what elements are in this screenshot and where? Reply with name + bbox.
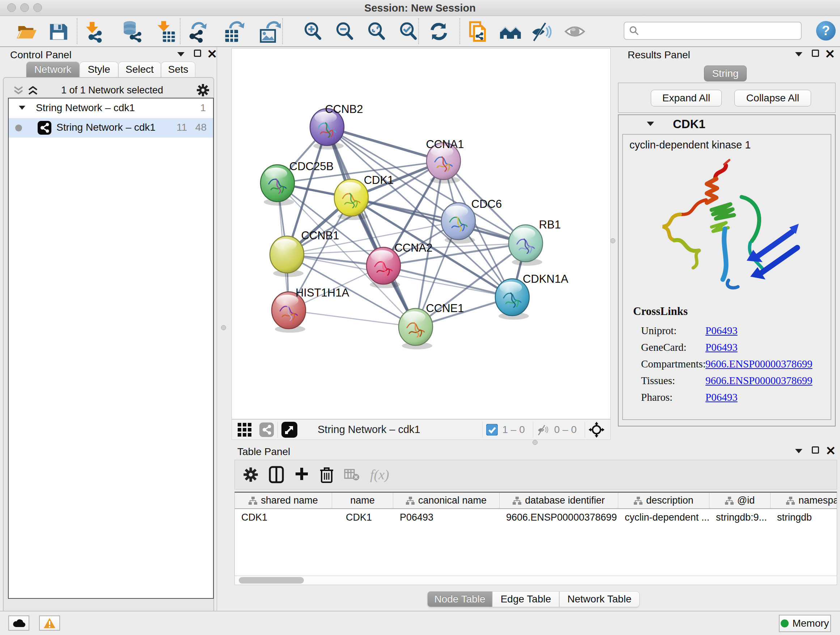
column-header[interactable]: canonical name (393, 493, 500, 508)
refresh-view-button[interactable] (427, 19, 451, 43)
grid-view-icon[interactable] (237, 422, 252, 437)
table-gear-icon[interactable] (243, 467, 259, 483)
column-header[interactable]: namespace (771, 493, 837, 508)
warning-button[interactable] (39, 616, 60, 631)
import-table-file-button[interactable] (154, 19, 178, 43)
tab-string[interactable]: String (704, 65, 747, 81)
toolbar-separator (77, 18, 77, 44)
add-column-icon[interactable] (294, 467, 309, 482)
node-label: CCNA1 (426, 138, 464, 150)
tab-style[interactable]: Style (80, 62, 118, 78)
open-session-button[interactable] (14, 19, 38, 43)
export-image-button[interactable] (257, 19, 281, 43)
import-network-database-button[interactable] (119, 19, 143, 43)
collapse-all-chevron-icon[interactable] (13, 86, 24, 95)
network-edge[interactable] (289, 310, 416, 327)
expand-all-button[interactable]: Expand All (651, 90, 722, 106)
houses-icon (499, 20, 522, 43)
import-table-icon (155, 20, 177, 43)
zoom-selected-button[interactable] (396, 19, 420, 43)
results-panel-float-icon[interactable] (812, 50, 819, 57)
vertical-splitter-handle[interactable] (610, 238, 615, 243)
network-canvas[interactable]: CCNB2CCNA1CDC25BCDK1CDC6RB1CCNB1CCNA2CDK… (232, 48, 611, 419)
network-node-CCNB2[interactable]: CCNB2 (310, 103, 363, 149)
node-label: CDC25B (289, 160, 333, 173)
function-builder-icon[interactable]: f(x) (370, 467, 389, 483)
node-label: CCNA2 (394, 241, 432, 254)
table-horizontal-scrollbar[interactable] (234, 576, 837, 585)
separator (482, 422, 483, 438)
fit-selected-crosshair-icon[interactable] (589, 422, 605, 438)
network-row[interactable]: String Network – cdk1 11 48 (9, 118, 213, 138)
network-edge-count: 48 (195, 122, 207, 133)
cloud-button[interactable] (8, 616, 29, 631)
table-panel-close-icon[interactable]: ✕ (826, 447, 836, 454)
collapse-all-button[interactable]: Collapse All (734, 90, 811, 106)
birdseye-view-icon[interactable] (281, 422, 297, 438)
zoom-in-button[interactable] (301, 19, 325, 43)
zoom-fit-button[interactable] (365, 19, 388, 43)
show-columns-icon[interactable] (269, 466, 284, 483)
zoom-out-button[interactable] (333, 19, 357, 43)
export-network-button[interactable] (186, 19, 210, 43)
network-node-RB1[interactable]: RB1 (508, 218, 561, 266)
separator (584, 422, 585, 438)
help-button[interactable]: ? (816, 21, 836, 41)
hidden-eye-icon[interactable] (537, 424, 550, 435)
search-input[interactable] (639, 25, 791, 37)
network-selected-status: 1 of 1 Network selected (36, 85, 188, 96)
vertical-splitter-handle[interactable] (221, 325, 226, 330)
selected-checkbox-icon[interactable] (486, 424, 498, 435)
crosslink-link[interactable]: P06493 (706, 325, 737, 336)
tree-expand-icon[interactable] (19, 106, 25, 110)
memory-button[interactable]: Memory (779, 615, 831, 632)
network-node-CDKN1A[interactable]: CDKN1A (495, 272, 568, 320)
tab-select[interactable]: Select (118, 62, 161, 78)
control-panel-close-icon[interactable]: ✕ (207, 50, 218, 57)
cybrowser-home-button[interactable] (499, 19, 523, 43)
network-collection-row[interactable]: String Network – cdk1 1 (9, 98, 213, 118)
horizontal-splitter-handle[interactable] (532, 440, 538, 445)
tab-sets[interactable]: Sets (161, 62, 195, 78)
table-row[interactable]: CDK1 CDK1 P06493 9606.ENSP00000378699 cy… (235, 509, 837, 525)
export-table-button[interactable] (222, 19, 246, 43)
delete-column-icon[interactable] (319, 466, 334, 483)
tab-network[interactable]: Network (26, 62, 80, 78)
column-header[interactable]: shared name (235, 493, 332, 508)
crosslink-link[interactable]: P06493 (706, 391, 737, 403)
hidden-count: 0 – 0 (554, 424, 576, 435)
results-panel-close-icon[interactable]: ✕ (825, 50, 835, 57)
crosslink-link[interactable]: P06493 (706, 341, 737, 353)
column-header[interactable]: @id (709, 493, 771, 508)
hide-unhide-button[interactable] (530, 19, 554, 43)
control-panel-menu-icon[interactable] (177, 52, 185, 57)
zoom-out-icon (334, 21, 355, 42)
current-network-dot-icon (15, 125, 22, 131)
table-panel-float-icon[interactable] (812, 447, 819, 454)
crosslink-link[interactable]: 9606.ENSP00000378699 (706, 358, 813, 370)
scrollbar-thumb[interactable] (239, 577, 304, 584)
import-network-file-button[interactable] (82, 19, 106, 43)
memory-label: Memory (792, 618, 829, 629)
control-panel-float-icon[interactable] (194, 50, 201, 57)
gene-collapse-icon[interactable] (647, 122, 654, 126)
tab-network-table[interactable]: Network Table (559, 591, 639, 607)
show-graphics-details-button[interactable] (563, 19, 587, 43)
network-node-HIST1H1A[interactable]: HIST1H1A (272, 287, 349, 333)
column-header[interactable]: name (332, 493, 393, 508)
column-header[interactable]: description (618, 493, 709, 508)
string-view-icon[interactable] (259, 423, 274, 437)
copy-annotations-button[interactable] (466, 19, 490, 43)
column-header[interactable]: database identifier (500, 493, 618, 508)
tab-node-table[interactable]: Node Table (427, 591, 493, 607)
table-panel-menu-icon[interactable] (795, 449, 802, 453)
status-bar: Memory (0, 611, 840, 635)
export-table-icon (223, 20, 245, 43)
tab-edge-table[interactable]: Edge Table (493, 591, 559, 607)
network-node-CDC6[interactable]: CDC6 (441, 198, 502, 244)
results-panel-menu-icon[interactable] (795, 52, 802, 57)
save-session-button[interactable] (46, 19, 70, 43)
delete-table-icon[interactable] (344, 468, 360, 481)
crosslink-link[interactable]: 9606.ENSP00000378699 (706, 375, 813, 386)
gear-icon[interactable] (196, 83, 210, 97)
